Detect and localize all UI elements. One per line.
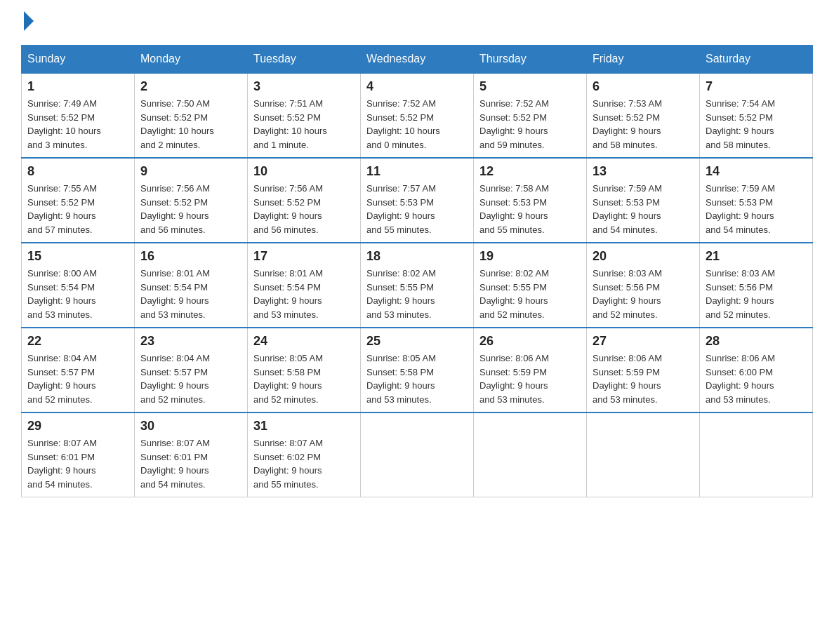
day-info: Sunrise: 8:07 AM Sunset: 6:01 PM Dayligh… (140, 436, 241, 491)
day-number: 22 (27, 334, 128, 349)
calendar-cell (474, 412, 587, 497)
day-info: Sunrise: 7:54 AM Sunset: 5:52 PM Dayligh… (706, 97, 807, 152)
day-info: Sunrise: 8:06 AM Sunset: 5:59 PM Dayligh… (593, 351, 694, 406)
day-info: Sunrise: 7:49 AM Sunset: 5:52 PM Dayligh… (27, 97, 128, 152)
day-info: Sunrise: 7:57 AM Sunset: 5:53 PM Dayligh… (366, 182, 468, 236)
day-number: 4 (366, 79, 468, 94)
calendar-cell: 10 Sunrise: 7:56 AM Sunset: 5:52 PM Dayl… (248, 158, 361, 243)
day-number: 29 (27, 419, 128, 434)
calendar-cell: 11 Sunrise: 7:57 AM Sunset: 5:53 PM Dayl… (361, 158, 474, 243)
day-info: Sunrise: 8:05 AM Sunset: 5:58 PM Dayligh… (253, 351, 355, 406)
calendar-cell: 25 Sunrise: 8:05 AM Sunset: 5:58 PM Dayl… (361, 328, 474, 412)
calendar-cell: 23 Sunrise: 8:04 AM Sunset: 5:57 PM Dayl… (135, 328, 248, 412)
week-row-2: 8 Sunrise: 7:55 AM Sunset: 5:52 PM Dayli… (22, 158, 813, 243)
calendar-cell: 16 Sunrise: 8:01 AM Sunset: 5:54 PM Dayl… (135, 243, 248, 328)
day-info: Sunrise: 8:07 AM Sunset: 6:01 PM Dayligh… (27, 436, 128, 491)
day-info: Sunrise: 7:51 AM Sunset: 5:52 PM Dayligh… (253, 97, 355, 152)
calendar-cell: 20 Sunrise: 8:03 AM Sunset: 5:56 PM Dayl… (587, 243, 700, 328)
day-info: Sunrise: 8:03 AM Sunset: 5:56 PM Dayligh… (593, 267, 694, 321)
day-info: Sunrise: 8:02 AM Sunset: 5:55 PM Dayligh… (366, 267, 468, 321)
day-info: Sunrise: 8:04 AM Sunset: 5:57 PM Dayligh… (140, 351, 241, 406)
day-info: Sunrise: 7:53 AM Sunset: 5:52 PM Dayligh… (593, 97, 694, 152)
calendar-cell: 1 Sunrise: 7:49 AM Sunset: 5:52 PM Dayli… (22, 73, 135, 158)
day-number: 2 (140, 79, 241, 94)
day-number: 28 (706, 334, 807, 349)
week-row-3: 15 Sunrise: 8:00 AM Sunset: 5:54 PM Dayl… (22, 243, 813, 328)
calendar-cell: 15 Sunrise: 8:00 AM Sunset: 5:54 PM Dayl… (22, 243, 135, 328)
calendar-body: 1 Sunrise: 7:49 AM Sunset: 5:52 PM Dayli… (22, 73, 813, 497)
calendar-cell: 12 Sunrise: 7:58 AM Sunset: 5:53 PM Dayl… (474, 158, 587, 243)
day-info: Sunrise: 7:50 AM Sunset: 5:52 PM Dayligh… (140, 97, 241, 152)
calendar-cell: 4 Sunrise: 7:52 AM Sunset: 5:52 PM Dayli… (361, 73, 474, 158)
day-number: 9 (140, 164, 241, 179)
calendar-cell: 19 Sunrise: 8:02 AM Sunset: 5:55 PM Dayl… (474, 243, 587, 328)
calendar-cell: 2 Sunrise: 7:50 AM Sunset: 5:52 PM Dayli… (135, 73, 248, 158)
calendar-cell: 13 Sunrise: 7:59 AM Sunset: 5:53 PM Dayl… (587, 158, 700, 243)
calendar-cell: 31 Sunrise: 8:07 AM Sunset: 6:02 PM Dayl… (248, 412, 361, 497)
day-info: Sunrise: 8:01 AM Sunset: 5:54 PM Dayligh… (140, 267, 241, 321)
calendar-table: SundayMondayTuesdayWednesdayThursdayFrid… (21, 45, 813, 497)
calendar-cell (700, 412, 813, 497)
day-number: 26 (479, 334, 581, 349)
day-number: 25 (366, 334, 468, 349)
day-info: Sunrise: 8:00 AM Sunset: 5:54 PM Dayligh… (27, 267, 128, 321)
day-info: Sunrise: 7:52 AM Sunset: 5:52 PM Dayligh… (479, 97, 581, 152)
day-info: Sunrise: 8:06 AM Sunset: 5:59 PM Dayligh… (479, 351, 581, 406)
day-info: Sunrise: 8:05 AM Sunset: 5:58 PM Dayligh… (366, 351, 468, 406)
day-number: 8 (27, 164, 128, 179)
weekday-thursday: Thursday (474, 46, 587, 74)
logo (21, 14, 35, 31)
day-number: 11 (366, 164, 468, 179)
day-info: Sunrise: 7:59 AM Sunset: 5:53 PM Dayligh… (706, 182, 807, 236)
day-number: 21 (706, 249, 807, 264)
day-info: Sunrise: 8:01 AM Sunset: 5:54 PM Dayligh… (253, 267, 355, 321)
weekday-tuesday: Tuesday (248, 46, 361, 74)
logo-arrow-icon (24, 11, 34, 31)
day-number: 14 (706, 164, 807, 179)
calendar-cell: 8 Sunrise: 7:55 AM Sunset: 5:52 PM Dayli… (22, 158, 135, 243)
day-number: 6 (593, 79, 694, 94)
day-number: 7 (706, 79, 807, 94)
calendar-cell: 14 Sunrise: 7:59 AM Sunset: 5:53 PM Dayl… (700, 158, 813, 243)
day-number: 10 (253, 164, 355, 179)
day-info: Sunrise: 8:02 AM Sunset: 5:55 PM Dayligh… (479, 267, 581, 321)
weekday-monday: Monday (135, 46, 248, 74)
day-number: 15 (27, 249, 128, 264)
calendar-cell: 7 Sunrise: 7:54 AM Sunset: 5:52 PM Dayli… (700, 73, 813, 158)
day-info: Sunrise: 8:04 AM Sunset: 5:57 PM Dayligh… (27, 351, 128, 406)
calendar-header: SundayMondayTuesdayWednesdayThursdayFrid… (22, 46, 813, 74)
day-info: Sunrise: 8:06 AM Sunset: 6:00 PM Dayligh… (706, 351, 807, 406)
week-row-1: 1 Sunrise: 7:49 AM Sunset: 5:52 PM Dayli… (22, 73, 813, 158)
day-number: 16 (140, 249, 241, 264)
day-number: 12 (479, 164, 581, 179)
calendar-cell: 27 Sunrise: 8:06 AM Sunset: 5:59 PM Dayl… (587, 328, 700, 412)
day-info: Sunrise: 7:52 AM Sunset: 5:52 PM Dayligh… (366, 97, 468, 152)
week-row-4: 22 Sunrise: 8:04 AM Sunset: 5:57 PM Dayl… (22, 328, 813, 412)
calendar-cell: 30 Sunrise: 8:07 AM Sunset: 6:01 PM Dayl… (135, 412, 248, 497)
weekday-friday: Friday (587, 46, 700, 74)
day-number: 13 (593, 164, 694, 179)
calendar-cell (361, 412, 474, 497)
weekday-saturday: Saturday (700, 46, 813, 74)
day-number: 5 (479, 79, 581, 94)
calendar-cell: 22 Sunrise: 8:04 AM Sunset: 5:57 PM Dayl… (22, 328, 135, 412)
calendar-cell: 17 Sunrise: 8:01 AM Sunset: 5:54 PM Dayl… (248, 243, 361, 328)
calendar-cell: 18 Sunrise: 8:02 AM Sunset: 5:55 PM Dayl… (361, 243, 474, 328)
day-info: Sunrise: 7:55 AM Sunset: 5:52 PM Dayligh… (27, 182, 128, 236)
weekday-row: SundayMondayTuesdayWednesdayThursdayFrid… (22, 46, 813, 74)
day-info: Sunrise: 7:56 AM Sunset: 5:52 PM Dayligh… (140, 182, 241, 236)
day-info: Sunrise: 7:59 AM Sunset: 5:53 PM Dayligh… (593, 182, 694, 236)
calendar-cell: 21 Sunrise: 8:03 AM Sunset: 5:56 PM Dayl… (700, 243, 813, 328)
week-row-5: 29 Sunrise: 8:07 AM Sunset: 6:01 PM Dayl… (22, 412, 813, 497)
calendar-cell: 6 Sunrise: 7:53 AM Sunset: 5:52 PM Dayli… (587, 73, 700, 158)
calendar-cell: 5 Sunrise: 7:52 AM Sunset: 5:52 PM Dayli… (474, 73, 587, 158)
day-number: 31 (253, 419, 355, 434)
calendar-cell: 9 Sunrise: 7:56 AM Sunset: 5:52 PM Dayli… (135, 158, 248, 243)
calendar-cell: 26 Sunrise: 8:06 AM Sunset: 5:59 PM Dayl… (474, 328, 587, 412)
day-number: 18 (366, 249, 468, 264)
calendar-cell: 3 Sunrise: 7:51 AM Sunset: 5:52 PM Dayli… (248, 73, 361, 158)
day-info: Sunrise: 8:07 AM Sunset: 6:02 PM Dayligh… (253, 436, 355, 491)
day-number: 17 (253, 249, 355, 264)
day-number: 23 (140, 334, 241, 349)
day-info: Sunrise: 7:56 AM Sunset: 5:52 PM Dayligh… (253, 182, 355, 236)
